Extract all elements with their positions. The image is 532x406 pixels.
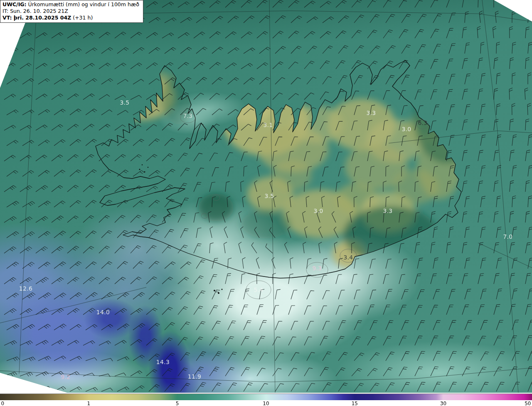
- init-time-line: IT: Sun. 26. 10. 2025 21Z: [2, 8, 139, 15]
- legend-title-line: UWC/IG: Úrkomumætti (mm) og vindur í 100…: [2, 1, 139, 8]
- model-label: UWC/IG:: [2, 1, 27, 7]
- colorbar-tick-label: 1: [87, 401, 91, 406]
- valid-time-line: VT: þri. 28.10.2025 04Z (+31 h): [2, 15, 139, 21]
- colorbar-tick-label: 0: [1, 401, 5, 406]
- legend-box: UWC/IG: Úrkomumætti (mm) og vindur í 100…: [0, 0, 143, 23]
- title-text: Úrkomumætti (mm) og vindur í 100m hæð: [27, 1, 139, 7]
- wind-barbs-layer: [0, 0, 532, 393]
- colorbar-ticks: 01510153050: [0, 400, 532, 406]
- valid-time: VT: þri. 28.10.2025 04Z: [2, 15, 71, 21]
- colorbar: 01510153050: [0, 394, 532, 406]
- colorbar-tick-label: 5: [176, 401, 179, 406]
- weather-map-viewport: 3.57.33.13.33.06.33.53.03.37.03.49.35.41…: [0, 0, 532, 406]
- colorbar-tick-label: 10: [263, 401, 269, 406]
- colorbar-gradient: [0, 394, 532, 400]
- colorbar-tick-label: 15: [352, 401, 358, 406]
- valid-offset: (+31 h): [71, 15, 93, 21]
- colorbar-tick-label: 30: [440, 401, 446, 406]
- colorbar-tick-label: 50: [525, 401, 531, 406]
- map-area: 3.57.33.13.33.06.33.53.03.37.03.49.35.41…: [0, 0, 532, 393]
- wind-barbs: [4, 0, 532, 391]
